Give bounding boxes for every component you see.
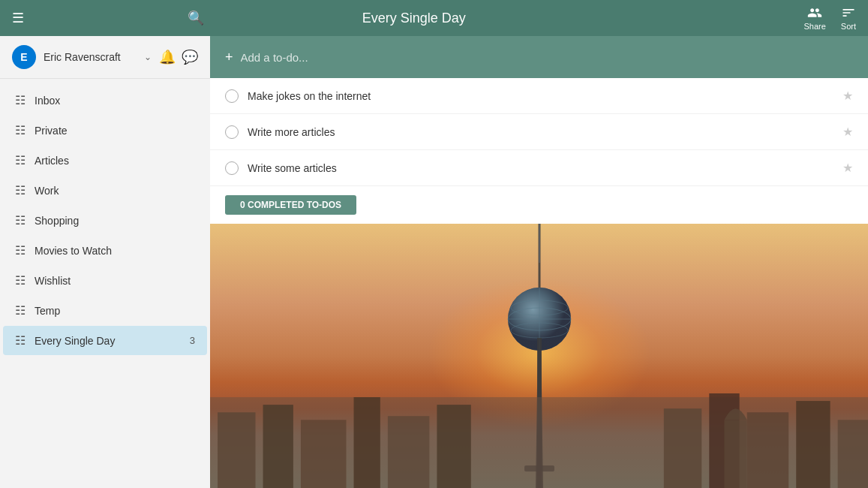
- svg-rect-21: [747, 412, 788, 488]
- sidebar-item-wishlist[interactable]: ☷ Wishlist: [3, 266, 207, 295]
- completed-section: 0 COMPLETED TO-DOS: [210, 186, 868, 224]
- svg-rect-23: [838, 420, 868, 488]
- topbar-title: Every Single Day: [362, 11, 466, 26]
- sidebar-item-label: Private: [35, 125, 195, 137]
- table-row: Write some articles ★: [210, 150, 868, 186]
- list-icon: ☷: [15, 273, 26, 288]
- svg-rect-22: [796, 401, 830, 488]
- hamburger-icon[interactable]: ☰: [12, 10, 24, 26]
- todo-list: Make jokes on the internet ★ Write more …: [210, 78, 868, 186]
- sidebar-item-shopping[interactable]: ☷ Shopping: [3, 206, 207, 235]
- sidebar-item-label: Temp: [35, 305, 195, 317]
- sidebar-item-label: Work: [35, 185, 195, 197]
- sidebar-item-inbox[interactable]: ☷ Inbox: [3, 86, 207, 115]
- sidebar-nav: ☷ Inbox ☷ Private ☷ Articles ☷ Work ☷ Sh…: [0, 79, 210, 362]
- star-icon-2[interactable]: ★: [842, 125, 853, 139]
- svg-rect-16: [354, 397, 380, 488]
- chat-icon[interactable]: 💬: [182, 49, 198, 65]
- chevron-down-icon: ⌄: [144, 52, 152, 62]
- sidebar-item-label: Every Single Day: [35, 335, 181, 347]
- todo-text-1: Make jokes on the internet: [248, 90, 833, 102]
- list-icon: ☷: [15, 333, 26, 348]
- add-todo-bar[interactable]: +: [210, 36, 868, 78]
- svg-rect-17: [388, 416, 429, 488]
- sidebar-item-every-single-day[interactable]: ☷ Every Single Day 3: [3, 326, 207, 355]
- share-label: Share: [803, 22, 825, 31]
- svg-rect-19: [664, 408, 701, 488]
- list-icon: ☷: [15, 183, 26, 197]
- add-icon: +: [225, 50, 233, 65]
- sidebar-user[interactable]: E Eric Ravenscraft ⌄ 🔔 💬: [0, 36, 210, 79]
- topbar: ☰ Every Single Day 🔍 Share Sort: [0, 0, 868, 36]
- sort-button[interactable]: Sort: [841, 5, 856, 31]
- list-icon: ☷: [15, 153, 26, 167]
- svg-rect-18: [437, 405, 470, 488]
- list-icon: ☷: [15, 303, 26, 318]
- sidebar-item-temp[interactable]: ☷ Temp: [3, 296, 207, 325]
- star-icon-1[interactable]: ★: [842, 89, 853, 103]
- sidebar-item-movies-to-watch[interactable]: ☷ Movies to Watch: [3, 236, 207, 265]
- svg-rect-14: [263, 405, 293, 488]
- list-icon: ☷: [15, 213, 26, 227]
- item-count: 3: [190, 335, 195, 346]
- todo-checkbox-3[interactable]: [225, 161, 239, 175]
- avatar: E: [12, 45, 36, 69]
- share-button[interactable]: Share: [803, 5, 825, 31]
- sidebar-item-label: Movies to Watch: [35, 245, 195, 257]
- completed-bar[interactable]: 0 COMPLETED TO-DOS: [225, 195, 356, 215]
- sidebar-item-label: Articles: [35, 155, 195, 167]
- list-icon: ☷: [15, 123, 26, 137]
- todo-checkbox-1[interactable]: [225, 89, 239, 103]
- sidebar-item-articles[interactable]: ☷ Articles: [3, 146, 207, 175]
- sidebar: E Eric Ravenscraft ⌄ 🔔 💬 ☷ Inbox ☷ Priva…: [0, 36, 210, 488]
- sidebar-item-private[interactable]: ☷ Private: [3, 116, 207, 145]
- star-icon-3[interactable]: ★: [842, 161, 853, 175]
- todo-text-2: Write more articles: [248, 126, 833, 138]
- list-icon: ☷: [15, 93, 26, 107]
- notifications-icon[interactable]: 🔔: [159, 49, 176, 65]
- todo-checkbox-2[interactable]: [225, 125, 239, 139]
- sort-label: Sort: [841, 22, 856, 31]
- content-area: + Make jokes on the internet ★ Write mor…: [210, 36, 868, 488]
- svg-rect-15: [301, 420, 346, 488]
- svg-rect-13: [218, 412, 255, 488]
- search-icon[interactable]: 🔍: [188, 10, 204, 26]
- svg-rect-24: [724, 420, 746, 488]
- table-row: Write more articles ★: [210, 114, 868, 150]
- user-name: Eric Ravenscraft: [44, 51, 137, 63]
- sidebar-item-label: Wishlist: [35, 275, 195, 287]
- sidebar-item-label: Inbox: [35, 95, 195, 107]
- todo-text-3: Write some articles: [248, 162, 833, 174]
- table-row: Make jokes on the internet ★: [210, 78, 868, 114]
- list-icon: ☷: [15, 243, 26, 258]
- cityscape-icon: [210, 353, 868, 488]
- add-todo-input[interactable]: [241, 51, 853, 64]
- sidebar-item-work[interactable]: ☷ Work: [3, 176, 207, 205]
- background-image: [210, 224, 868, 488]
- sidebar-item-label: Shopping: [35, 215, 195, 227]
